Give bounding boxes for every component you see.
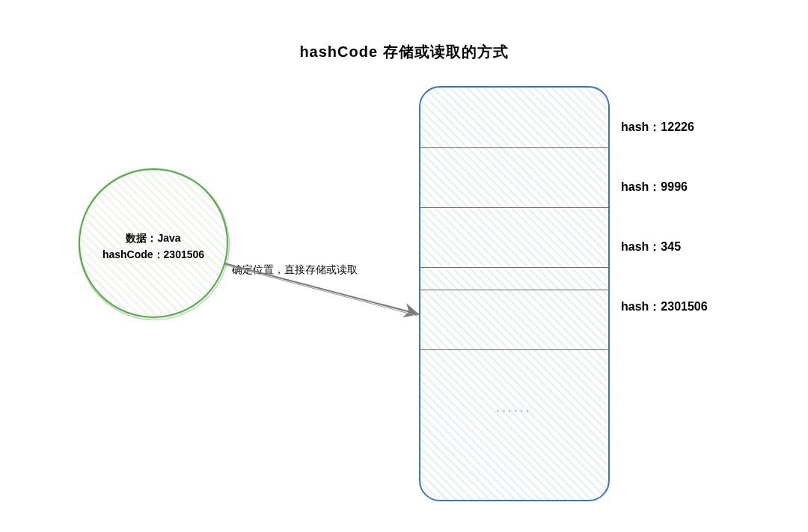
hash-row-divider xyxy=(420,349,608,350)
data-node-text: 数据：Java hashCode：2301506 xyxy=(80,230,227,263)
data-node-circle: 数据：Java hashCode：2301506 xyxy=(79,168,228,318)
hash-row-label: hash：2301506 xyxy=(621,299,708,315)
data-node-line1: 数据：Java xyxy=(80,230,227,246)
hash-row-divider xyxy=(420,267,608,268)
diagram-title: hashCode 存储或读取的方式 xyxy=(0,42,808,62)
hash-table-ellipsis: ...... xyxy=(420,402,608,414)
hash-row-divider xyxy=(420,207,608,208)
data-node-line2: hashCode：2301506 xyxy=(80,246,227,263)
hash-row-divider xyxy=(420,147,608,148)
hash-row-label: hash：345 xyxy=(621,239,681,255)
hash-table-box: ...... xyxy=(419,86,610,501)
diagram-canvas: hashCode 存储或读取的方式 数据：Java hashCode：23015… xyxy=(0,0,808,532)
hash-row-label: hash：9996 xyxy=(621,180,688,195)
hash-row-divider xyxy=(420,290,608,290)
arrow-caption: 确定位置，直接存储或读取 xyxy=(232,263,358,277)
hash-row-label: hash：12226 xyxy=(621,120,694,135)
